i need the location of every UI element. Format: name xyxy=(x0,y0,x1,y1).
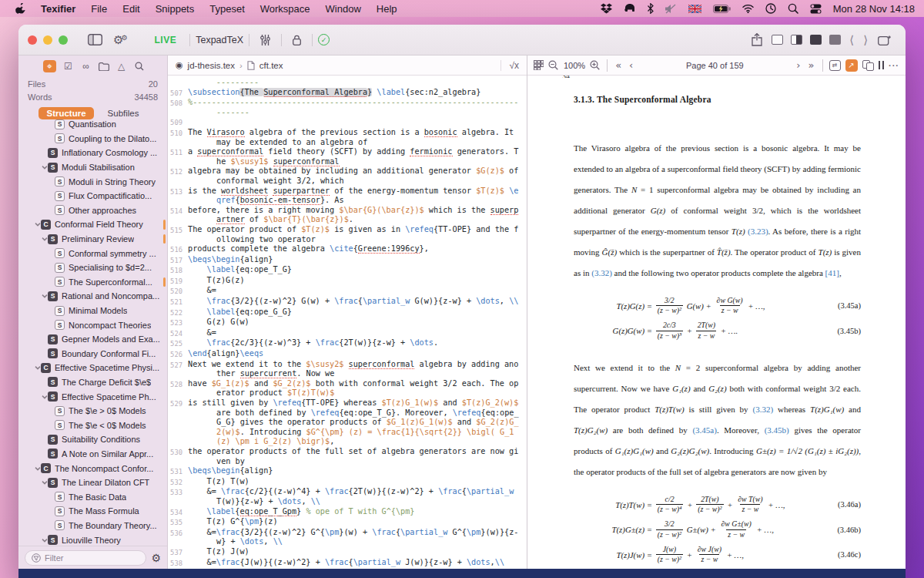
code-line[interactable]: 513is the worldsheet superpartner of the… xyxy=(168,187,527,206)
warnings-triangle-icon[interactable]: △ xyxy=(116,61,127,72)
sidebar-item[interactable]: SPreliminary Review xyxy=(18,232,167,247)
sidebar-item[interactable]: SMinimal Models xyxy=(18,304,167,318)
chevron-down-icon[interactable] xyxy=(34,465,41,472)
sidebar-item[interactable]: SQuantisation xyxy=(18,117,167,132)
console-strip[interactable] xyxy=(18,569,906,578)
sidebar-item[interactable]: SThe Mass Formula xyxy=(18,504,167,519)
code-line[interactable]: 534 \label{eq:ope_T_Gpm} % ope of T with… xyxy=(168,507,527,518)
chevron-down-icon[interactable] xyxy=(41,236,48,242)
code-line[interactable]: 537 T(z) J(w) xyxy=(168,547,527,558)
code-line[interactable]: 518 \label{eq:ope_T_G} xyxy=(168,265,527,276)
chevron-down-icon[interactable] xyxy=(41,164,48,170)
first-page-icon[interactable]: « xyxy=(614,59,623,71)
control-center-icon[interactable] xyxy=(810,4,822,14)
pages-view-icon[interactable] xyxy=(862,60,874,71)
pdf-reference-link[interactable]: (3.45a) xyxy=(692,425,716,435)
next-page-icon[interactable]: › xyxy=(795,59,802,71)
sidebar-item[interactable]: SThe Superconformal... xyxy=(18,275,167,290)
code-line[interactable]: 507\subsection{The Superconformal Algebr… xyxy=(168,88,527,99)
menu-item-file[interactable]: File xyxy=(83,3,115,15)
menu-item-help[interactable]: Help xyxy=(369,3,405,15)
zoom-in-icon[interactable] xyxy=(590,60,601,70)
breadcrumb-file[interactable]: cft.tex xyxy=(259,61,283,70)
lock-icon[interactable] xyxy=(293,35,301,45)
uk-flag-icon[interactable] xyxy=(688,5,701,13)
typeset-options-sliders-icon[interactable] xyxy=(260,35,270,45)
apple-menu-icon[interactable] xyxy=(15,3,25,15)
new-tab-icon[interactable] xyxy=(878,35,891,45)
code-line[interactable]: 510The Virasoro algebra of the previous … xyxy=(168,128,527,147)
menu-item-app[interactable]: Texifier xyxy=(33,3,83,15)
code-line[interactable]: 528have $G_1(z)$ and $G_2(z)$ both with … xyxy=(168,379,527,398)
thumbnails-grid-icon[interactable] xyxy=(534,60,544,70)
sidebar-item[interactable]: SModuli in String Theory xyxy=(18,174,167,189)
layout-pdf-only-button[interactable] xyxy=(810,35,822,45)
code-line[interactable]: 522 \label{eq:ope_G_G} xyxy=(168,307,527,318)
share-icon[interactable] xyxy=(752,33,762,46)
zoom-button[interactable] xyxy=(59,35,68,45)
close-button[interactable] xyxy=(28,35,37,45)
chevron-down-icon[interactable] xyxy=(41,479,48,486)
sidebar-item[interactable]: SLiouville Theory xyxy=(18,533,167,546)
sidebar-item[interactable]: SSuitability Conditions xyxy=(18,432,167,447)
menu-item-edit[interactable]: Edit xyxy=(115,3,147,15)
sidebar-toggle-icon[interactable] xyxy=(88,34,102,45)
dropbox-icon[interactable] xyxy=(601,3,612,14)
battery-icon[interactable] xyxy=(713,5,731,13)
menu-item-workspace[interactable]: Workspace xyxy=(253,3,318,15)
menu-item-snippets[interactable]: Snippets xyxy=(148,3,203,15)
code-line[interactable]: 532 T(z) T(w) xyxy=(168,477,527,488)
code-line[interactable]: 514before, there is a right moving $\bar… xyxy=(168,206,527,225)
pdf-reference-link[interactable]: (3.23) xyxy=(748,227,768,236)
structure-view-icon[interactable]: ⌖ xyxy=(43,60,56,72)
code-line[interactable]: 524 &= xyxy=(168,328,527,339)
sidebar-settings-gear-icon[interactable]: ⚙ xyxy=(151,552,161,564)
history-back-icon[interactable]: ⟨ xyxy=(849,33,854,47)
sidebar-item[interactable]: SEffective Spacetime Ph... xyxy=(18,389,167,404)
code-area[interactable]: ---------507\subsection{The Superconform… xyxy=(168,76,527,569)
sidebar-item[interactable]: SModuli Stabilisation xyxy=(18,160,167,175)
code-line[interactable]: 520 &= xyxy=(168,286,527,297)
chevron-down-icon[interactable] xyxy=(34,365,41,371)
code-line[interactable]: 525 \frac{2c/3}{(z-w)^3} + \frac{2T(w)}{… xyxy=(168,338,527,349)
sidebar-item[interactable]: SRational and Noncompa... xyxy=(18,289,167,304)
bluetooth-icon[interactable] xyxy=(648,3,654,14)
code-line[interactable]: 521 \frac{3/2}{(z-w)^2} G(w) + \frac{\pa… xyxy=(168,297,527,307)
code-line[interactable]: 533 &= \frac{c/2}{(z-w)^4} + \frac{2T(w)… xyxy=(168,487,527,506)
last-page-icon[interactable]: » xyxy=(807,59,816,71)
sidebar-item[interactable]: SInflationary Cosmology ... xyxy=(18,146,167,160)
chevron-down-icon[interactable] xyxy=(41,394,48,400)
code-line[interactable]: 523 G(z) G(w) xyxy=(168,318,527,328)
code-line[interactable]: 530the operator products of the full set… xyxy=(168,447,527,466)
sidebar-item[interactable]: SThe Charge Deficit $\e$ xyxy=(18,375,167,390)
sidebar-item[interactable]: CConformal Field Theory xyxy=(18,217,167,232)
zoom-level[interactable]: 100% xyxy=(564,61,585,70)
search-icon[interactable] xyxy=(133,61,145,72)
sidebar-item[interactable]: SNoncompact Theories xyxy=(18,318,167,332)
zoom-out-icon[interactable] xyxy=(548,60,559,70)
code-line[interactable]: 519 T(z)G(z) xyxy=(168,276,527,287)
pdf-more-options-icon[interactable]: ··· xyxy=(889,61,899,70)
pause-typeset-icon[interactable] xyxy=(879,61,885,69)
prev-page-icon[interactable]: ‹ xyxy=(628,59,634,71)
chevron-down-icon[interactable] xyxy=(41,537,48,543)
sidebar-item[interactable]: SOther approaches xyxy=(18,203,167,218)
math-preview-button[interactable]: √x xyxy=(500,60,519,71)
sidebar-item[interactable]: SThe $\e < 0$ Models xyxy=(18,418,167,432)
sidebar-item[interactable]: SFlux Compactificatio... xyxy=(18,189,167,203)
sidebar-item[interactable]: SBoundary Conformal Fi... xyxy=(18,347,167,361)
code-line[interactable]: 531\beqs\begin{align} xyxy=(168,466,527,477)
pdf-reference-link[interactable]: (3.32) xyxy=(591,268,612,277)
code-line[interactable]: 511a superconformal field theory (SCFT) … xyxy=(168,147,527,166)
code-line[interactable]: 517\beqs\begin{align} xyxy=(168,255,527,266)
filter-input[interactable]: Filter xyxy=(25,550,146,566)
chevron-down-icon[interactable] xyxy=(41,293,48,299)
volume-muted-icon[interactable] xyxy=(665,4,677,14)
sidebar-item[interactable]: SThe $\e > 0$ Models xyxy=(18,404,167,418)
code-line[interactable]: 529is still given by \refeq{TT-OPE} wher… xyxy=(168,398,527,447)
minimize-button[interactable] xyxy=(43,35,52,45)
sidebar-item[interactable]: SThe Boundary Theory... xyxy=(18,519,167,533)
todo-checkbox-icon[interactable]: ☑ xyxy=(62,61,74,72)
history-forward-icon[interactable]: ⟩ xyxy=(863,33,868,47)
code-line[interactable]: 508%------------------------------------… xyxy=(168,98,527,117)
